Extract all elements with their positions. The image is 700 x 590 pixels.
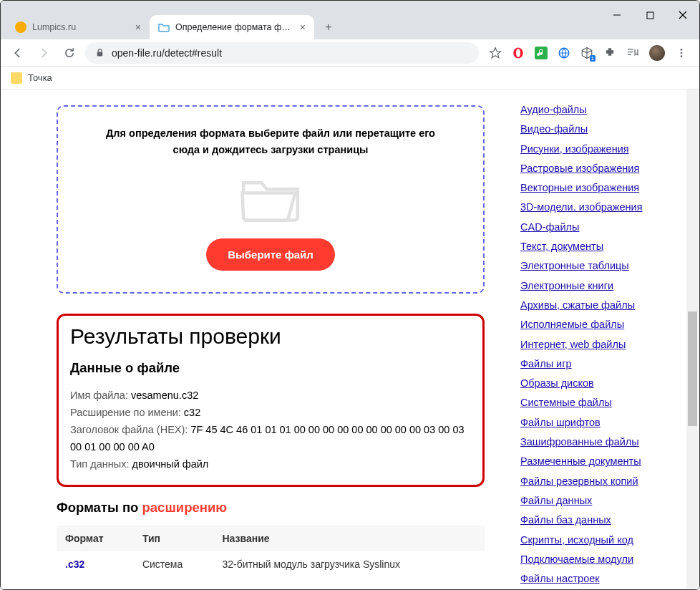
close-window-button[interactable] xyxy=(666,1,699,29)
sidebar-link[interactable]: Файлы шрифтов xyxy=(520,415,685,430)
sidebar-link[interactable]: Видео-файлы xyxy=(520,122,685,136)
sidebar-link[interactable]: Исполняемые файлы xyxy=(520,317,685,332)
sidebar-link[interactable]: Размеченные документы xyxy=(520,454,685,468)
select-file-button[interactable]: Выберите файл xyxy=(206,238,335,271)
reload-button[interactable] xyxy=(59,43,79,63)
results-heading: Результаты проверки xyxy=(70,324,471,349)
reading-list-icon[interactable] xyxy=(626,47,639,59)
cell-format[interactable]: .c32 xyxy=(57,551,134,577)
sidebar-link[interactable]: Файлы данных xyxy=(520,493,685,508)
bookmark-item[interactable]: Точка xyxy=(28,72,52,83)
minimize-button[interactable] xyxy=(601,1,633,29)
folder-icon xyxy=(11,72,22,84)
star-icon[interactable] xyxy=(489,47,502,59)
sidebar-link[interactable]: Электронные книги xyxy=(520,279,685,293)
extension-icons: 1 xyxy=(485,45,692,61)
sidebar-link[interactable]: Зашифрованные файлы xyxy=(520,435,685,449)
globe-ext-icon[interactable] xyxy=(558,47,570,59)
sidebar-link[interactable]: Электронные таблицы xyxy=(520,258,685,273)
page-content: Для определения формата выберите файл ил… xyxy=(1,90,699,589)
close-icon[interactable]: × xyxy=(135,21,141,33)
folder-open-icon xyxy=(238,171,303,221)
lock-icon xyxy=(95,48,104,57)
sidebar-link[interactable]: CAD-файлы xyxy=(520,220,685,234)
result-datatype: Тип данных: двоичный файл xyxy=(70,456,471,473)
new-tab-button[interactable]: + xyxy=(319,17,339,37)
formats-heading: Форматы по расширению xyxy=(57,500,485,516)
cell-type: Система xyxy=(134,551,214,577)
titlebar xyxy=(1,1,699,9)
favicon-icon xyxy=(15,21,26,33)
url-text: open-file.ru/detect#result xyxy=(112,47,222,59)
sidebar-link[interactable]: Рисунки, изображения xyxy=(520,142,685,156)
th-format: Формат xyxy=(57,526,134,551)
results-box: Результаты проверки Данные о файле Имя ф… xyxy=(57,314,485,487)
sidebar-link[interactable]: Векторные изображения xyxy=(520,180,685,195)
result-filename: Имя файла: vesamenu.c32 xyxy=(70,387,471,405)
sidebar-link[interactable]: Архивы, сжатые файлы xyxy=(520,298,685,312)
th-type: Тип xyxy=(134,526,214,551)
th-name: Название xyxy=(214,526,485,551)
window-controls xyxy=(601,1,699,29)
scroll-thumb[interactable] xyxy=(688,311,697,426)
tab-lumpics[interactable]: Lumpics.ru × xyxy=(6,15,150,39)
browser-toolbar: open-file.ru/detect#result 1 xyxy=(1,39,699,67)
sidebar-link[interactable]: Файлы баз данных xyxy=(520,513,685,527)
sidebar-link[interactable]: Текст, документы xyxy=(520,239,685,253)
address-bar[interactable]: open-file.ru/detect#result xyxy=(85,42,479,64)
music-ext-icon[interactable] xyxy=(535,47,548,59)
close-icon[interactable]: × xyxy=(300,21,306,33)
bookmarks-bar: Точка xyxy=(1,67,699,90)
tab-strip: Lumpics.ru × Определение формата файла ×… xyxy=(1,9,699,39)
svg-rect-4 xyxy=(97,52,103,56)
cube-ext-icon[interactable]: 1 xyxy=(580,47,593,59)
svg-point-10 xyxy=(681,52,683,54)
tab-title: Определение формата файла xyxy=(175,22,294,32)
sidebar-link[interactable]: 3D-модели, изображения xyxy=(520,200,685,214)
favicon-icon xyxy=(158,21,170,33)
drop-zone[interactable]: Для определения формата выберите файл ил… xyxy=(57,105,485,294)
sidebar-link[interactable]: Растровые изображения xyxy=(520,161,685,175)
svg-rect-1 xyxy=(647,12,653,19)
formats-table: Формат Тип Название .c32 Система 32-битн… xyxy=(57,526,485,577)
forward-button[interactable] xyxy=(34,43,54,63)
table-row: .c32 Система 32-битный модуль загрузчика… xyxy=(57,551,485,577)
tab-openfile[interactable]: Определение формата файла × xyxy=(150,15,314,39)
sidebar-link[interactable]: Образы дисков xyxy=(520,376,685,390)
sidebar-link[interactable]: Файлы резервных копий xyxy=(520,474,685,488)
svg-point-6 xyxy=(516,49,520,57)
sidebar-link[interactable]: Файлы игр xyxy=(520,357,685,371)
sidebar-link[interactable]: Интернет, web файлы xyxy=(520,337,685,352)
sidebar-link[interactable]: Подключаемые модули xyxy=(520,552,685,566)
sidebar-link[interactable]: Скрипты, исходный код xyxy=(520,533,685,547)
dropzone-message: Для определения формата выберите файл ил… xyxy=(92,125,449,158)
tab-title: Lumpics.ru xyxy=(32,22,130,32)
results-subheading: Данные о файле xyxy=(70,360,471,376)
result-hex: Заголовок файла (HEX): 7F 45 4C 46 01 01… xyxy=(70,422,471,456)
sidebar-link[interactable]: Системные файлы xyxy=(520,395,685,410)
cell-name: 32-битный модуль загрузчика Syslinux xyxy=(214,551,485,577)
sidebar-link[interactable]: Аудио-файлы xyxy=(520,102,685,117)
puzzle-ext-icon[interactable] xyxy=(603,47,616,59)
avatar-icon[interactable] xyxy=(649,45,665,61)
opera-icon[interactable] xyxy=(512,47,525,59)
maximize-button[interactable] xyxy=(633,1,666,29)
result-extension: Расширение по имени: c32 xyxy=(70,405,471,422)
scrollbar-vertical[interactable] xyxy=(686,90,699,589)
menu-icon[interactable] xyxy=(675,47,688,59)
sidebar-categories: Аудио-файлы Видео-файлы Рисунки, изображ… xyxy=(506,90,699,589)
svg-point-9 xyxy=(681,49,683,51)
sidebar-link[interactable]: Файлы настроек xyxy=(520,571,685,586)
svg-point-11 xyxy=(681,55,683,57)
back-button[interactable] xyxy=(8,43,28,63)
